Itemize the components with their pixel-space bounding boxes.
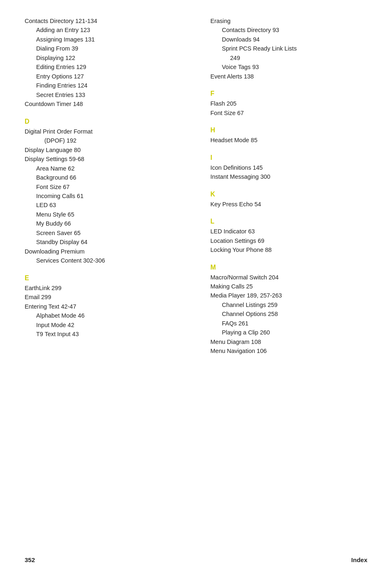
index-entry: Downloads 94: [210, 35, 367, 44]
index-entry: Key Press Echo 54: [210, 200, 367, 209]
index-entry: Font Size 67: [25, 182, 182, 191]
index-section: EEarthLink 299Email 299Entering Text 42-…: [25, 274, 182, 339]
index-entry: T9 Text Input 43: [25, 330, 182, 339]
index-entry: Background 66: [25, 173, 182, 182]
index-entry: Macro/Normal Switch 204: [210, 273, 367, 282]
index-entry: Media Player 189, 257-263: [210, 291, 367, 300]
index-entry: Entering Text 42-47: [25, 302, 182, 311]
footer-page-number: 352: [25, 556, 35, 563]
section-letter: E: [25, 274, 182, 282]
index-section: DDigital Print Order Format(DPOF) 192Dis…: [25, 118, 182, 265]
index-section: LLED Indicator 63Location Settings 69Loc…: [210, 218, 367, 254]
footer-index-label: Index: [351, 556, 367, 563]
section-letter: K: [210, 191, 367, 198]
left-column: Contacts Directory 121-134Adding an Entr…: [25, 16, 190, 540]
index-entry: Location Settings 69: [210, 236, 367, 245]
section-letter: D: [25, 118, 182, 125]
index-entry: Playing a Clip 260: [210, 328, 367, 337]
index-entry: Secret Entries 133: [25, 90, 182, 99]
index-entry: Menu Style 65: [25, 210, 182, 219]
section-letter: I: [210, 154, 367, 161]
index-entry: Channel Listings 259: [210, 300, 367, 309]
index-entry: Alphabet Mode 46: [25, 311, 182, 320]
index-entry: Editing Entries 129: [25, 62, 182, 71]
index-entry: Instant Messaging 300: [210, 172, 367, 181]
page-footer: 352 Index: [25, 552, 367, 563]
section-letter: F: [210, 90, 367, 97]
index-entry: FAQs 261: [210, 319, 367, 328]
index-entry: Menu Navigation 106: [210, 346, 367, 355]
index-entry: Incoming Calls 61: [25, 191, 182, 201]
index-entry: Display Settings 59-68: [25, 154, 182, 164]
index-entry: Input Mode 42: [25, 321, 182, 330]
index-entry: Screen Saver 65: [25, 228, 182, 238]
index-entry: Finding Entries 124: [25, 81, 182, 90]
section-letter: M: [210, 264, 367, 271]
content-area: Contacts Directory 121-134Adding an Entr…: [25, 16, 367, 540]
index-entry: Font Size 67: [210, 108, 367, 118]
index-entry: Locking Your Phone 88: [210, 245, 367, 254]
index-section: ErasingContacts Directory 93Downloads 94…: [210, 16, 367, 81]
index-entry: Downloading Premium: [25, 247, 182, 256]
index-entry: Entry Options 127: [25, 72, 182, 81]
index-entry: Countdown Timer 148: [25, 99, 182, 108]
index-entry: Contacts Directory 121-134: [25, 16, 182, 25]
index-entry: Area Name 62: [25, 164, 182, 173]
index-entry: EarthLink 299: [25, 284, 182, 293]
index-entry: Channel Options 258: [210, 309, 367, 318]
right-column: ErasingContacts Directory 93Downloads 94…: [206, 16, 367, 540]
index-entry: Event Alerts 138: [210, 72, 367, 81]
index-entry: Display Language 80: [25, 145, 182, 154]
index-section: HHeadset Mode 85: [210, 127, 367, 145]
index-entry: Displaying 122: [25, 53, 182, 62]
index-entry: Assigning Images 131: [25, 35, 182, 44]
index-section: FFlash 205Font Size 67: [210, 90, 367, 118]
index-entry: Flash 205: [210, 99, 367, 108]
index-entry: Icon Definitions 145: [210, 163, 367, 172]
index-entry: Sprint PCS Ready Link Lists: [210, 44, 367, 53]
index-section: KKey Press Echo 54: [210, 191, 367, 209]
index-entry: Headset Mode 85: [210, 136, 367, 145]
index-entry: Dialing From 39: [25, 44, 182, 53]
index-entry: Erasing: [210, 16, 367, 25]
index-entry: Standby Display 64: [25, 238, 182, 247]
index-entry: Voice Tags 93: [210, 62, 367, 71]
index-entry: Contacts Directory 93: [210, 25, 367, 35]
index-entry: Services Content 302-306: [25, 256, 182, 265]
index-entry: 249: [210, 53, 367, 62]
index-entry: Making Calls 25: [210, 282, 367, 291]
section-letter: L: [210, 218, 367, 225]
page: Contacts Directory 121-134Adding an Entr…: [0, 0, 392, 588]
index-entry: LED 63: [25, 201, 182, 210]
index-section: IIcon Definitions 145Instant Messaging 3…: [210, 154, 367, 182]
index-entry: Menu Diagram 108: [210, 337, 367, 346]
section-letter: H: [210, 127, 367, 134]
index-entry: LED Indicator 63: [210, 227, 367, 236]
index-entry: (DPOF) 192: [25, 136, 182, 145]
index-section: Contacts Directory 121-134Adding an Entr…: [25, 16, 182, 109]
index-section: MMacro/Normal Switch 204Making Calls 25M…: [210, 264, 367, 356]
index-entry: Email 299: [25, 293, 182, 302]
index-entry: My Buddy 66: [25, 219, 182, 228]
index-entry: Digital Print Order Format: [25, 127, 182, 136]
index-entry: Adding an Entry 123: [25, 25, 182, 35]
